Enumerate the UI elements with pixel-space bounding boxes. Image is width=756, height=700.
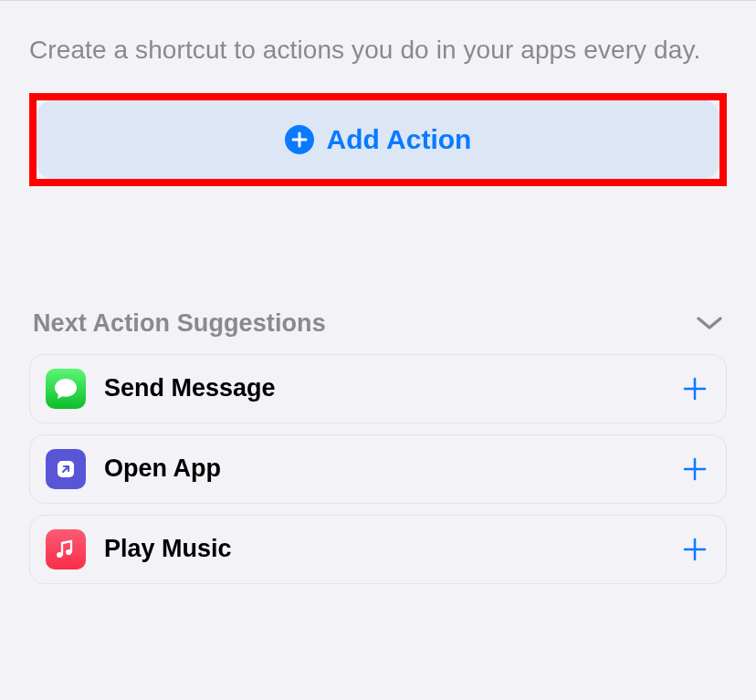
suggestion-item-open-app[interactable]: Open App xyxy=(29,434,727,504)
open-app-icon xyxy=(46,449,86,489)
suggestion-label: Play Music xyxy=(104,535,682,563)
plus-icon[interactable] xyxy=(682,456,708,482)
highlight-annotation: Add Action xyxy=(29,93,727,186)
suggestions-header[interactable]: Next Action Suggestions xyxy=(29,309,727,338)
music-icon xyxy=(46,529,86,569)
messages-icon xyxy=(46,369,86,409)
add-action-label: Add Action xyxy=(327,124,472,155)
suggestion-item-send-message[interactable]: Send Message xyxy=(29,354,727,423)
suggestions-title: Next Action Suggestions xyxy=(33,309,326,338)
plus-icon[interactable] xyxy=(682,537,708,562)
suggestion-label: Open App xyxy=(104,454,682,483)
suggestion-item-play-music[interactable]: Play Music xyxy=(29,515,727,584)
shortcut-description: Create a shortcut to actions you do in y… xyxy=(29,33,727,68)
add-action-button[interactable]: Add Action xyxy=(37,100,719,179)
plus-icon[interactable] xyxy=(682,376,708,402)
svg-point-1 xyxy=(57,552,62,558)
svg-point-2 xyxy=(66,549,71,555)
chevron-down-icon[interactable] xyxy=(696,315,723,331)
suggestion-label: Send Message xyxy=(104,374,682,402)
plus-circle-icon xyxy=(285,125,314,154)
